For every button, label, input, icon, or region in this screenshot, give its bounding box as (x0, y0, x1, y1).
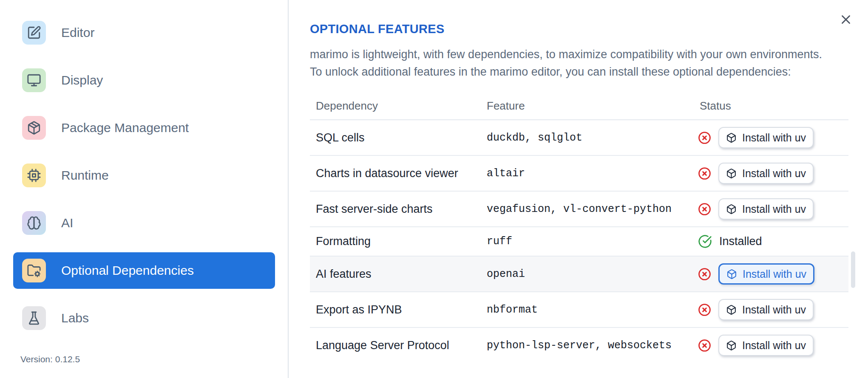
box-icon (726, 204, 737, 214)
icon-tile (22, 116, 46, 140)
status-cell: Install with uv (694, 263, 848, 285)
flask-icon (27, 311, 41, 325)
table-header-row: Dependency Feature Status (310, 92, 848, 120)
feature-packages: altair (481, 167, 694, 180)
status-cell: Install with uv (694, 163, 848, 184)
box-icon (726, 305, 737, 315)
settings-dialog: EditorDisplayPackage ManagementRuntimeAI… (0, 0, 868, 378)
circle-check-icon (698, 234, 712, 248)
status-cell: Install with uv (694, 127, 848, 148)
sidebar-item-optional-dependencies[interactable]: Optional Dependencies (13, 252, 275, 289)
install-with-uv-button[interactable]: Install with uv (718, 198, 814, 220)
settings-sidebar: EditorDisplayPackage ManagementRuntimeAI… (0, 0, 289, 378)
sidebar-item-label: Runtime (61, 168, 109, 183)
install-button-label: Install with uv (742, 339, 806, 352)
dependencies-table: Dependency Feature Status SQL cellsduckd… (310, 92, 848, 363)
feature-packages: duckdb, sqlglot (481, 132, 694, 144)
status-cell: Install with uv (694, 335, 848, 356)
table-row: Export as IPYNBnbformatInstall with uv (310, 292, 848, 328)
install-button-label: Install with uv (742, 203, 806, 215)
sidebar-item-labs[interactable]: Labs (13, 300, 275, 336)
sidebar-nav: EditorDisplayPackage ManagementRuntimeAI… (0, 0, 288, 336)
circle-x-icon (698, 131, 711, 144)
column-header-feature: Feature (481, 99, 694, 113)
optional-features-panel: OPTIONAL FEATURES marimo is lightweight,… (289, 0, 868, 378)
circle-x-icon (698, 203, 711, 216)
dependency-name: Language Server Protocol (310, 339, 481, 352)
table-body: SQL cellsduckdb, sqlglotInstall with uvC… (310, 120, 848, 363)
table-row: Language Server Protocolpython-lsp-serve… (310, 328, 848, 363)
install-button-label: Install with uv (742, 167, 806, 180)
icon-tile (22, 259, 46, 282)
install-with-uv-button[interactable]: Install with uv (718, 299, 814, 320)
status-cell: Installed (694, 234, 848, 248)
close-button[interactable] (837, 11, 854, 28)
brain-icon (27, 216, 41, 230)
column-header-status: Status (694, 99, 848, 113)
dependency-name: AI features (310, 268, 481, 281)
status-cell: Install with uv (694, 198, 848, 220)
table-row: Charts in datasource vieweraltairInstall… (310, 156, 848, 192)
sidebar-item-runtime[interactable]: Runtime (13, 157, 275, 194)
version-label: Version: 0.12.5 (20, 354, 80, 364)
column-header-dependency: Dependency (310, 99, 481, 113)
icon-tile (22, 21, 46, 45)
panel-description: marimo is lightweight, with few dependen… (310, 46, 822, 81)
sidebar-item-label: Display (61, 73, 103, 87)
box-icon (726, 269, 737, 279)
pencil-square-icon (27, 25, 41, 40)
feature-packages: openai (481, 268, 694, 280)
circle-x-icon (698, 268, 711, 281)
monitor-icon (27, 73, 41, 87)
icon-tile (22, 68, 46, 92)
circle-x-icon (698, 339, 711, 352)
sidebar-item-label: Package Management (61, 121, 189, 135)
folder-gear-icon (27, 263, 41, 278)
sidebar-item-label: Editor (61, 25, 94, 40)
install-with-uv-button[interactable]: Install with uv (718, 263, 814, 285)
icon-tile (22, 306, 46, 330)
sidebar-item-label: AI (61, 216, 73, 230)
dependency-name: SQL cells (310, 131, 481, 144)
installed-label: Installed (719, 235, 762, 248)
status-cell: Install with uv (694, 299, 848, 320)
box-icon (726, 340, 737, 351)
description-line: marimo is lightweight, with few dependen… (310, 46, 822, 63)
feature-packages: nbformat (481, 304, 694, 316)
package-icon (27, 121, 41, 135)
dependency-name: Formatting (310, 235, 481, 248)
icon-tile (22, 211, 46, 235)
install-with-uv-button[interactable]: Install with uv (718, 127, 814, 148)
dependency-name: Charts in datasource viewer (310, 167, 481, 180)
description-line: To unlock additional features in the mar… (310, 63, 822, 81)
install-button-label: Install with uv (742, 304, 806, 316)
sidebar-item-label: Labs (61, 311, 89, 325)
box-icon (726, 133, 737, 143)
install-with-uv-button[interactable]: Install with uv (718, 163, 814, 184)
sidebar-item-label: Optional Dependencies (61, 263, 194, 278)
sidebar-item-editor[interactable]: Editor (13, 14, 275, 51)
sidebar-item-package-management[interactable]: Package Management (13, 110, 275, 146)
dependency-name: Export as IPYNB (310, 303, 481, 316)
sidebar-item-ai[interactable]: AI (13, 205, 275, 241)
x-icon (839, 12, 853, 27)
feature-packages: vegafusion, vl-convert-python (481, 203, 694, 215)
dependency-name: Fast server-side charts (310, 203, 481, 216)
icon-tile (22, 164, 46, 187)
page-title: OPTIONAL FEATURES (310, 21, 445, 37)
scrollbar-thumb[interactable] (851, 251, 855, 288)
table-row: FormattingruffInstalled (310, 227, 848, 257)
table-row: SQL cellsduckdb, sqlglotInstall with uv (310, 120, 848, 156)
table-row: AI featuresopenaiInstall with uv (310, 257, 848, 292)
feature-packages: ruff (481, 235, 694, 248)
install-button-label: Install with uv (742, 132, 806, 144)
install-button-label: Install with uv (743, 268, 806, 280)
circle-x-icon (698, 303, 711, 316)
circle-x-icon (698, 167, 711, 180)
install-with-uv-button[interactable]: Install with uv (718, 335, 814, 356)
box-icon (726, 168, 737, 179)
cpu-icon (27, 168, 41, 183)
sidebar-item-display[interactable]: Display (13, 62, 275, 99)
table-row: Fast server-side chartsvegafusion, vl-co… (310, 192, 848, 227)
feature-packages: python-lsp-server, websockets (481, 339, 694, 352)
